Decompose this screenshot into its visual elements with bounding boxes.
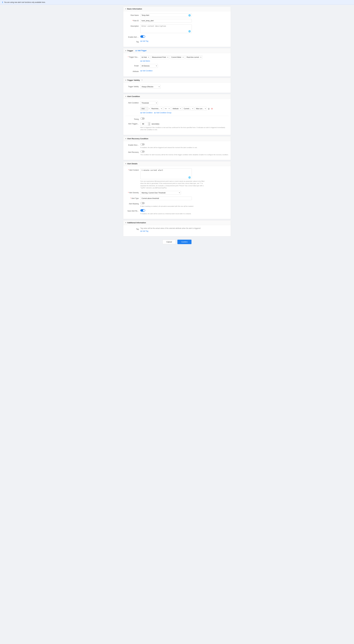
- alert-severity-label: Alert Severity: [126, 191, 140, 194]
- trigger-source-select[interactable]: Iot Hub: [140, 55, 150, 59]
- trigger-metric-select[interactable]: Current Meter: [170, 55, 184, 59]
- add-condition-plus-icon: ⊕: [140, 112, 142, 114]
- alert-condition-type-select[interactable]: Threshold: [140, 101, 158, 105]
- alert-condition-body: Alert Condition Threshold And •: [123, 99, 231, 135]
- additional-tag-label: Tag: [126, 227, 140, 230]
- ref-select[interactable]: Current ...: [182, 107, 194, 110]
- additional-info-header[interactable]: ▾ Additional Information: [123, 220, 231, 225]
- enable-alert-toggle[interactable]: [140, 35, 145, 38]
- alert-content-textarea[interactable]: 1 minute current alert: [140, 168, 192, 179]
- alert-recovery-toggle[interactable]: [140, 150, 145, 153]
- operator-select[interactable]: >=: [164, 107, 171, 110]
- enable-discr-row: Enable Discr... If enabled, the alert wi…: [126, 143, 228, 149]
- rule-name-globe-icon: 🌐: [188, 14, 191, 16]
- additional-add-tag-plus-icon: ⊕: [140, 230, 142, 232]
- additional-info-chevron: ▾: [126, 222, 126, 224]
- spinbox-down-button[interactable]: ▼: [148, 124, 150, 126]
- alert-details-header[interactable]: ▾ Alert Details: [123, 161, 231, 166]
- basic-information-body: Rule Name 🌐 Rule ID Description: [123, 11, 231, 47]
- trigger-title: Trigger: [127, 50, 133, 52]
- alert-masking-content: If alert masking is enabled, all sub-ale…: [140, 202, 228, 208]
- enable-alert-content: [140, 35, 228, 38]
- scope-select[interactable]: All Devices: [140, 64, 158, 68]
- alert-content-hint: Can use expressions ${measurement point …: [140, 180, 208, 189]
- add-condition-label: Add Condition: [142, 112, 152, 114]
- alert-content-globe-icon: 🌐: [188, 176, 191, 178]
- alert-masking-label: Alert Masking: [126, 202, 140, 205]
- attribute-add-condition-button[interactable]: ⊕ Add Condition: [140, 70, 152, 72]
- alert-type-input[interactable]: [140, 196, 192, 200]
- additional-add-tag-button[interactable]: ⊕ Add Tag: [140, 230, 148, 232]
- confirm-button[interactable]: Confirm: [178, 240, 192, 244]
- basic-add-tag-plus-icon: ⊕: [140, 40, 142, 42]
- rule-name-label: Rule Name: [126, 14, 140, 16]
- condition-row-outer: And • Real-time... >= Attribute: [126, 107, 228, 114]
- logic-select[interactable]: And: [140, 107, 148, 110]
- add-metric-button[interactable]: ⊕ Add Metric: [140, 60, 150, 62]
- condition-inputs-row: And • Real-time... >= Attribute: [140, 107, 228, 110]
- trigger-body: Trigger Sou... Iot Hub Measurement Point…: [123, 53, 231, 76]
- alert-recovery-toggle-label: Alert Recovery: [126, 150, 140, 153]
- save-alert-label: Save Alert Re...: [126, 209, 140, 212]
- trigger-subtype-select[interactable]: Real-time current: [186, 55, 202, 59]
- enable-discr-content: If enabled, the alert will be triggered …: [140, 143, 228, 149]
- timing-content: [140, 118, 228, 120]
- alert-masking-toggle[interactable]: [140, 202, 145, 204]
- alert-severity-select[interactable]: Warning: Current Over Threshold: [140, 191, 181, 195]
- alert-severity-row: Alert Severity Warning: Current Over Thr…: [126, 191, 228, 195]
- alert-trigger-spinbox: ▲ ▼: [140, 122, 150, 126]
- alert-condition-type-row: Alert Condition Threshold: [126, 101, 228, 105]
- value-select[interactable]: Max curr...: [195, 107, 207, 110]
- condition-dot: •: [149, 108, 150, 110]
- rule-name-input[interactable]: [140, 14, 192, 17]
- trigger-source-label: Trigger Sou...: [126, 55, 140, 58]
- alert-condition-header[interactable]: ▾ Alert Condition: [123, 94, 231, 99]
- alert-trigger-row: Alert Triggeri... ▲ ▼ second(s) Alert is…: [126, 122, 228, 131]
- alert-recovery-chevron: ▾: [126, 138, 126, 140]
- trigger-sources-group: Iot Hub Measurement Point Current Meter …: [140, 55, 228, 59]
- timing-row: Timing: [126, 118, 228, 120]
- additional-tag-row: Tag Tag value will be the actual value o…: [126, 227, 228, 232]
- alert-trigger-input[interactable]: [140, 122, 148, 126]
- enable-discr-toggle[interactable]: [140, 143, 145, 146]
- alert-recovery-toggle-row: Alert Recovery The condition for alert r…: [126, 150, 228, 156]
- remove-condition-button[interactable]: ⊖: [211, 107, 213, 110]
- basic-add-tag-label: Add Tag: [142, 40, 148, 42]
- timing-toggle[interactable]: [140, 118, 145, 120]
- spinbox-up-button[interactable]: ▲: [148, 122, 150, 124]
- add-condition-button[interactable]: ⊕ Add Condition: [140, 112, 152, 114]
- add-metric-plus-icon: ⊕: [140, 60, 142, 62]
- additional-tag-content: Tag value will be the actual value of th…: [140, 227, 228, 232]
- trigger-validity-select[interactable]: Always Effective: [140, 85, 161, 89]
- trigger-validity-header[interactable]: ▾ Trigger Validity ?: [123, 78, 231, 83]
- alert-recovery-toggle-content: The condition for alert recovery will be…: [140, 150, 228, 156]
- add-trigger-button[interactable]: ⊕ Add Trigger: [135, 50, 146, 52]
- alert-condition-type-label: Alert Condition: [126, 101, 140, 104]
- trigger-header[interactable]: ▾ Trigger ⊕ Add Trigger: [123, 48, 231, 53]
- info-icon: ℹ: [2, 1, 3, 4]
- save-alert-content: If enabled, the alert will be saved as a…: [140, 209, 228, 215]
- alert-recovery-hint: The condition for alert recovery will be…: [140, 154, 228, 156]
- add-condition-group-button[interactable]: ⊕ Add Condition Group: [154, 112, 171, 114]
- save-alert-toggle[interactable]: [140, 209, 145, 212]
- trigger-type-select[interactable]: Measurement Point: [151, 55, 169, 59]
- alert-content-wrap: 1 minute current alert 🌐: [140, 168, 192, 180]
- basic-add-tag-button[interactable]: ⊕ Add Tag: [140, 40, 148, 42]
- enable-alert-row: Enable Alert ...: [126, 35, 228, 38]
- cancel-button[interactable]: Cancel: [162, 240, 176, 244]
- basic-information-header[interactable]: ▾ Basic Information: [123, 6, 231, 11]
- description-textarea[interactable]: [140, 24, 192, 33]
- description-wrap: 🌐: [140, 24, 192, 34]
- scope-label: Scope: [126, 64, 140, 67]
- alert-condition-title: Alert Condition: [127, 96, 140, 98]
- rule-id-input[interactable]: [140, 19, 192, 22]
- enable-discr-label: Enable Discr...: [126, 143, 140, 146]
- realtime-select[interactable]: Real-time...: [150, 107, 163, 110]
- alert-recovery-section: ▾ Alert Recovery Condition Enable Discr.…: [123, 136, 231, 160]
- delete-condition-button[interactable]: 🗑: [208, 107, 210, 110]
- trigger-validity-title: Trigger Validity: [127, 79, 140, 81]
- alert-condition-section: ▾ Alert Condition Alert Condition Thresh…: [123, 94, 231, 135]
- alert-details-section: ▾ Alert Details Alert Content 1 minute c…: [123, 161, 231, 219]
- alert-recovery-header[interactable]: ▾ Alert Recovery Condition: [123, 136, 231, 141]
- compare-type-select[interactable]: Attribute: [171, 107, 182, 110]
